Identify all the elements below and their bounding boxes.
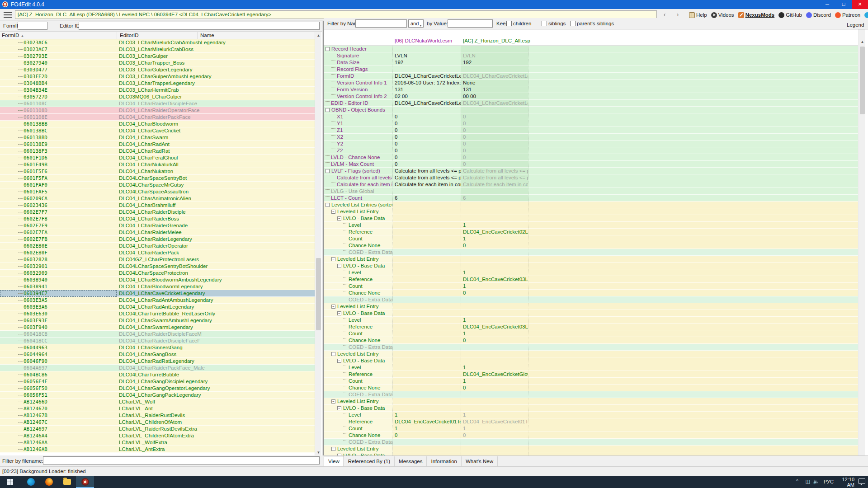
field-row[interactable]: Chance None0 xyxy=(324,290,858,296)
table-row[interactable]: 060418CBDLC04_LCharRaiderDiscipleFaceM xyxy=(0,331,315,338)
table-row[interactable]: 0602E7F8DLC04_LCharRaiderBoss xyxy=(0,216,315,222)
tab-what-s-new[interactable]: What's New xyxy=(462,456,498,467)
scroll-up-icon[interactable]: ▲ xyxy=(315,32,322,39)
table-row[interactable]: AB12467BLCharLVL_RaiderRustDevils xyxy=(0,412,315,419)
table-row[interactable]: 0604A697DLC04_LCharRaiderPackFace_Male xyxy=(0,365,315,371)
keep-siblings-checkbox[interactable]: siblings xyxy=(542,21,566,26)
table-row[interactable]: AB12467CLCharLVL_ChildrenOfAtom xyxy=(0,419,315,426)
field-row[interactable]: Chance None0 xyxy=(324,385,858,391)
taskbar-fo4edit-button[interactable] xyxy=(76,476,94,488)
scroll-up-icon[interactable]: ▲ xyxy=(859,38,866,45)
filename-filter-input[interactable] xyxy=(43,456,320,465)
field-row[interactable]: Chance None0 xyxy=(324,242,858,249)
patreon-link[interactable]: Patreon xyxy=(835,12,860,18)
grid-header-row[interactable]: [06] DLCNukaWorld.esm [AC] Z_Horizon_DLC… xyxy=(324,29,858,46)
field-row[interactable]: LVLD - Chance None00 xyxy=(324,154,858,161)
field-row[interactable]: −Leveled List Entry xyxy=(324,398,858,405)
table-row[interactable]: 060138F3DLC04_LCharRadRat xyxy=(0,148,315,155)
table-row[interactable]: 03027940DLC03_LCharTrapper_Boss xyxy=(0,60,315,66)
field-row[interactable]: Version Control Info 12016-06-10 User: 1… xyxy=(324,80,858,86)
filter-name-input[interactable] xyxy=(355,19,407,28)
taskbar-edge-button[interactable] xyxy=(22,476,40,488)
field-row[interactable]: Z200 xyxy=(324,147,858,154)
field-row[interactable]: Chance None00 xyxy=(324,432,858,439)
table-row[interactable]: 060418CCDLC04_LCharRaiderDiscipleFaceF xyxy=(0,338,315,344)
scroll-down-icon[interactable]: ▼ xyxy=(315,449,322,456)
table-row[interactable]: AB12466DLCharLVL_Wolf xyxy=(0,399,315,405)
field-row[interactable]: Count1 xyxy=(324,283,858,290)
field-row[interactable]: −LVLF - Flags (sorted)Calculate from all… xyxy=(324,168,858,174)
table-row[interactable]: 03023AC6DLC03_LCharMirelurkCrabAmbushLeg… xyxy=(0,39,315,46)
videos-link[interactable]: Videos xyxy=(711,12,734,18)
table-row[interactable]: AB1246A4LCharLVL_ChildrenOfAtomExtra xyxy=(0,432,315,439)
field-row[interactable]: −OBND - Object Bounds xyxy=(324,107,858,113)
field-row[interactable]: Version Control Info 202 0000 00 xyxy=(324,93,858,100)
table-row[interactable]: 06056F51DLC04_LCharGangPackLegendary xyxy=(0,392,315,399)
left-scrollbar-thumb[interactable] xyxy=(316,258,321,330)
collapse-icon[interactable]: − xyxy=(337,311,341,315)
table-row[interactable]: 06032901DLC04LCharSpaceSentryBotShoulder xyxy=(0,263,315,270)
table-row[interactable]: 0601108EDLC04_LCharRaiderPackFace xyxy=(0,114,315,121)
checkbox-icon[interactable] xyxy=(542,21,547,26)
field-row[interactable]: −Leveled List Entry xyxy=(324,446,858,452)
field-row[interactable]: −Leveled List Entry xyxy=(324,256,858,263)
column-name[interactable]: Name xyxy=(200,33,214,38)
table-row[interactable]: AB1246ABLCharLVL_AntExtra xyxy=(0,446,315,453)
field-row[interactable]: FormIDDLC04_LCharCaveCricketLegend...DLC… xyxy=(324,73,858,80)
field-row[interactable]: LLCT - Count66 xyxy=(324,195,858,202)
field-row[interactable]: −LVLO - Base Data xyxy=(324,310,858,317)
start-button[interactable] xyxy=(0,476,21,488)
collapse-icon[interactable]: − xyxy=(326,47,330,51)
field-row[interactable]: Calculate for each item i...Calculate fo… xyxy=(324,181,858,188)
table-row[interactable]: 0604BC86DLC04LCharTurretBubble xyxy=(0,371,315,378)
table-row[interactable]: 0305727DDLC03MQ06_LCharGulper xyxy=(0,94,315,100)
table-row[interactable]: 0601FAF0DLC04LCharSpaceMrGutsy xyxy=(0,182,315,188)
taskbar-explorer-button[interactable] xyxy=(58,476,76,488)
column-plugin-06[interactable]: [06] DLCNukaWorld.esm xyxy=(395,38,452,43)
field-row[interactable]: −LVLO - Base Data xyxy=(324,263,858,269)
table-row[interactable]: 0602E80FDLC04_LCharRaiderPack xyxy=(0,249,315,256)
minimize-button[interactable]: ─ xyxy=(819,0,835,9)
filter-operator-select[interactable]: and▼ xyxy=(408,19,424,28)
field-row[interactable]: COED - Extra Data xyxy=(324,344,858,351)
collapse-icon[interactable]: − xyxy=(337,359,341,363)
table-row[interactable]: 06044963DLC04_LCharSinnersGang xyxy=(0,344,315,351)
collapse-icon[interactable]: − xyxy=(331,305,335,309)
table-row[interactable]: 0303D477DLC03_LCharGulperLegendary xyxy=(0,66,315,73)
table-row[interactable]: 06056F4FDLC04_LCharGangDiscipleLegendary xyxy=(0,378,315,385)
field-row[interactable]: COED - Extra Data xyxy=(324,391,858,398)
table-row[interactable]: 0602E7FBDLC04_LCharRaiderLegendary xyxy=(0,236,315,243)
table-row[interactable]: 0603F940DLC04_LCharSwarmLegendary xyxy=(0,324,315,331)
keep-parent-s-siblings-checkbox[interactable]: parent's siblings xyxy=(570,21,614,26)
github-link[interactable]: GitHub xyxy=(778,12,802,18)
field-row[interactable]: Calculate from all levels ...Calculate f… xyxy=(324,174,858,181)
keep-children-checkbox[interactable]: children xyxy=(506,21,531,26)
collapse-icon[interactable]: − xyxy=(326,108,330,112)
field-row[interactable]: Level1 xyxy=(324,222,858,229)
field-row[interactable]: Count1 xyxy=(324,235,858,242)
table-row[interactable]: 0302793EDLC03_LCharGulper xyxy=(0,53,315,60)
field-row[interactable]: Level1 xyxy=(324,364,858,371)
nexusmods-link[interactable]: NexusMods xyxy=(738,12,775,18)
table-row[interactable]: 0602E7FADLC04_LCharRaiderMelee xyxy=(0,229,315,236)
table-row[interactable]: 060209CADLC04_LCharAnimatronicAlien xyxy=(0,195,315,202)
field-row[interactable]: ReferenceDLC04_EncCaveCricket03Legend... xyxy=(324,324,858,330)
field-row[interactable]: Count1 xyxy=(324,330,858,337)
table-row[interactable]: 0603E3A5DLC04_LCharRadAntAmbushLegendary xyxy=(0,297,315,304)
table-row[interactable]: 03048BB4DLC03_LCharTrapperLegendary xyxy=(0,80,315,87)
field-row[interactable]: Count11 xyxy=(324,425,858,432)
tab-messages[interactable]: Messages xyxy=(395,456,427,467)
tab-information[interactable]: Information xyxy=(427,456,462,467)
taskbar-firefox-button[interactable] xyxy=(40,476,58,488)
legend-link[interactable]: Legend xyxy=(847,22,864,28)
hamburger-menu-icon[interactable] xyxy=(4,12,12,18)
table-row[interactable]: 0603E3A6DLC04_LCharRadAntLegendary xyxy=(0,304,315,310)
table-row[interactable]: AB124697LCharLVL_RaiderRustDevilsExtra xyxy=(0,426,315,432)
field-row[interactable]: Count1 xyxy=(324,378,858,385)
field-row[interactable]: −Leveled List Entry xyxy=(324,208,858,215)
collapse-icon[interactable]: − xyxy=(331,399,335,404)
field-row[interactable]: COED - Extra Data xyxy=(324,296,858,303)
table-row[interactable]: 06032909DLC04LCharSpaceProtectron xyxy=(0,270,315,277)
field-row[interactable]: Y100 xyxy=(324,120,858,127)
right-scrollbar-thumb[interactable] xyxy=(860,47,865,114)
